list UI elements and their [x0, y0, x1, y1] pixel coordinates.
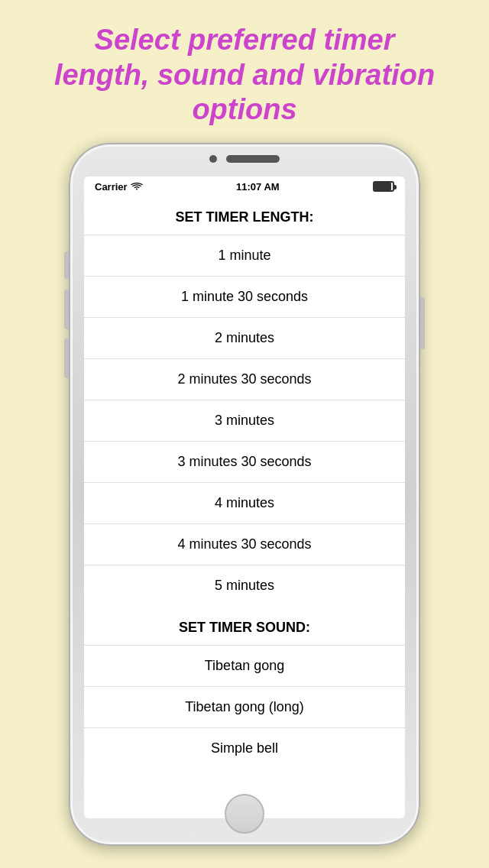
sound-tibetan-gong-long[interactable]: Tibetan gong (long) — [84, 686, 405, 727]
power-button[interactable] — [420, 297, 425, 349]
timer-length-header: SET TIMER LENGTH: — [84, 196, 405, 235]
sound-simple-bell[interactable]: Simple bell — [84, 727, 405, 769]
timer-3min[interactable]: 3 minutes — [84, 400, 405, 441]
timer-1min30sec[interactable]: 1 minute 30 seconds — [84, 276, 405, 317]
timer-2min30sec[interactable]: 2 minutes 30 seconds — [84, 358, 405, 400]
timer-4min30sec[interactable]: 4 minutes 30 seconds — [84, 523, 405, 565]
phone-shell: Carrier 11:07 AM SET TIMER LENGTH: 1 min… — [69, 143, 420, 846]
timer-5min[interactable]: 5 minutes — [84, 565, 405, 606]
status-bar: Carrier 11:07 AM — [84, 177, 405, 196]
status-time: 11:07 AM — [236, 181, 280, 193]
timer-sound-header: SET TIMER SOUND: — [84, 606, 405, 645]
timer-3min30sec[interactable]: 3 minutes 30 seconds — [84, 441, 405, 482]
phone-top-bar — [168, 155, 321, 163]
carrier-label: Carrier — [95, 181, 143, 193]
phone-screen: Carrier 11:07 AM SET TIMER LENGTH: 1 min… — [84, 177, 405, 818]
timer-2min[interactable]: 2 minutes — [84, 317, 405, 358]
screen-content: SET TIMER LENGTH: 1 minute 1 minute 30 s… — [84, 196, 405, 818]
volume-up-button[interactable] — [64, 290, 69, 329]
wifi-icon — [131, 182, 143, 191]
speaker-grille — [226, 155, 280, 163]
front-camera — [209, 155, 217, 163]
timer-1min[interactable]: 1 minute — [84, 235, 405, 276]
sound-tibetan-gong[interactable]: Tibetan gong — [84, 645, 405, 686]
page-title: Select preferred timer length, sound and… — [0, 0, 489, 143]
volume-down-button[interactable] — [64, 338, 69, 378]
timer-4min[interactable]: 4 minutes — [84, 482, 405, 523]
home-button[interactable] — [225, 794, 264, 834]
battery-icon — [373, 181, 394, 192]
